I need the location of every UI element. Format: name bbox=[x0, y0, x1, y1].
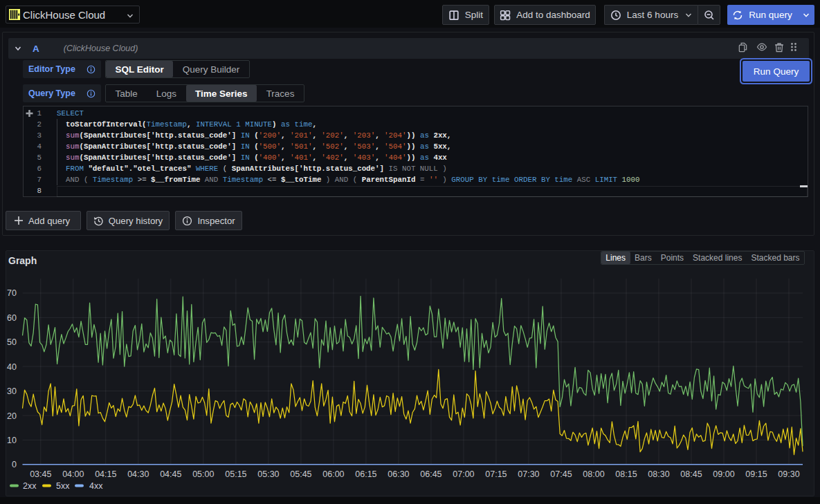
svg-text:07:45: 07:45 bbox=[550, 469, 572, 479]
svg-text:07:00: 07:00 bbox=[453, 469, 474, 479]
svg-text:04:45: 04:45 bbox=[160, 469, 181, 479]
svg-text:06:30: 06:30 bbox=[388, 469, 409, 479]
svg-text:07:15: 07:15 bbox=[485, 469, 507, 479]
svg-text:60: 60 bbox=[7, 313, 17, 323]
svg-text:4xx: 4xx bbox=[89, 481, 103, 491]
svg-text:06:15: 06:15 bbox=[355, 469, 376, 479]
svg-text:05:30: 05:30 bbox=[257, 469, 279, 479]
svg-text:06:45: 06:45 bbox=[420, 469, 441, 479]
svg-text:06:00: 06:00 bbox=[322, 469, 344, 479]
svg-text:40: 40 bbox=[7, 362, 17, 372]
svg-text:09:00: 09:00 bbox=[713, 469, 734, 479]
svg-text:09:15: 09:15 bbox=[745, 469, 767, 479]
svg-text:08:00: 08:00 bbox=[583, 469, 604, 479]
svg-text:10: 10 bbox=[7, 436, 17, 445]
svg-text:08:30: 08:30 bbox=[648, 469, 669, 479]
svg-text:70: 70 bbox=[7, 288, 17, 298]
svg-text:20: 20 bbox=[7, 411, 17, 421]
svg-text:03:45: 03:45 bbox=[30, 469, 51, 479]
svg-text:04:30: 04:30 bbox=[127, 469, 149, 479]
svg-text:05:15: 05:15 bbox=[225, 469, 246, 479]
svg-text:05:45: 05:45 bbox=[290, 469, 311, 479]
svg-text:05:00: 05:00 bbox=[192, 469, 214, 479]
svg-text:08:45: 08:45 bbox=[680, 469, 702, 479]
svg-text:09:30: 09:30 bbox=[778, 469, 799, 479]
svg-text:04:15: 04:15 bbox=[95, 469, 116, 479]
svg-text:5xx: 5xx bbox=[56, 481, 70, 491]
svg-text:0: 0 bbox=[12, 460, 17, 469]
svg-text:2xx: 2xx bbox=[23, 481, 37, 491]
svg-text:08:15: 08:15 bbox=[615, 469, 637, 479]
svg-text:30: 30 bbox=[7, 386, 17, 396]
svg-text:07:30: 07:30 bbox=[518, 469, 539, 479]
svg-text:50: 50 bbox=[7, 337, 17, 347]
svg-text:04:00: 04:00 bbox=[62, 469, 84, 479]
